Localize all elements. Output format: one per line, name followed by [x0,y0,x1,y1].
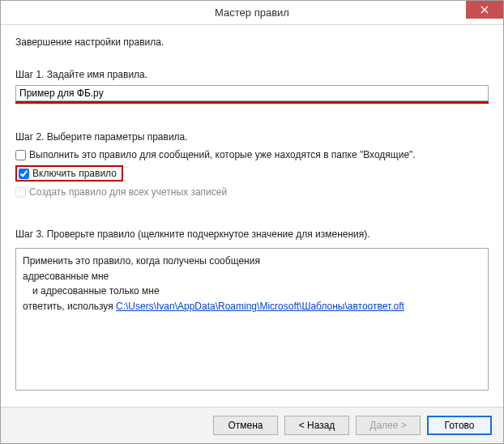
checkbox-run-inbox-label: Выполнить это правило для сообщений, кот… [29,149,416,160]
back-button[interactable]: < Назад [284,416,349,435]
checkbox-enable-rule-input[interactable] [19,169,29,179]
finish-button[interactable]: Готово [427,416,492,435]
preview-line-4: ответить, используя C:\Users\Ivan\AppDat… [23,299,481,314]
step2-group: Шаг 2. Выберите параметры правила. Выпол… [15,131,489,199]
next-button: Далее > [356,416,421,435]
preview-line-3: и адресованные только мне [23,284,481,299]
step3-label: Шаг 3. Проверьте правило (щелкните подче… [15,228,489,240]
step2-label: Шаг 2. Выберите параметры правила. [15,131,489,143]
intro-text: Завершение настройки правила. [15,36,489,48]
wizard-window: Мастер правил Завершение настройки прави… [0,0,504,444]
checkbox-run-inbox[interactable]: Выполнить это правило для сообщений, кот… [15,147,489,162]
titlebar: Мастер правил [1,1,503,25]
step1-label: Шаг 1. Задайте имя правила. [15,69,489,80]
content-area: Завершение настройки правила. Шаг 1. Зад… [1,25,503,407]
close-icon [481,6,489,14]
checkbox-all-accounts-input [15,187,26,198]
template-path-link[interactable]: C:\Users\Ivan\AppData\Roaming\Microsoft\… [116,301,404,312]
checkbox-enable-highlight: Включить правило [15,165,123,181]
window-title: Мастер правил [1,6,503,19]
checkbox-enable-rule-label: Включить правило [32,168,117,179]
close-button[interactable] [466,1,503,19]
checkbox-all-accounts-label: Создать правило для всех учетных записей [29,186,227,198]
preview-line-2: адресованные мне [23,269,481,284]
cancel-button[interactable]: Отмена [213,416,278,435]
checkbox-run-inbox-input[interactable] [15,150,26,160]
checkbox-all-accounts: Создать правило для всех учетных записей [15,185,489,199]
preview-line-1: Применить это правило, когда получены со… [23,254,481,269]
preview-line-4-prefix: ответить, используя [23,301,116,312]
checkbox-enable-rule[interactable]: Включить правило [19,168,117,179]
footer-buttons: Отмена < Назад Далее > Готово [1,407,503,443]
rule-preview-box: Применить это правило, когда получены со… [15,248,489,391]
rule-name-input[interactable] [15,85,489,101]
rule-name-highlight [15,85,489,104]
